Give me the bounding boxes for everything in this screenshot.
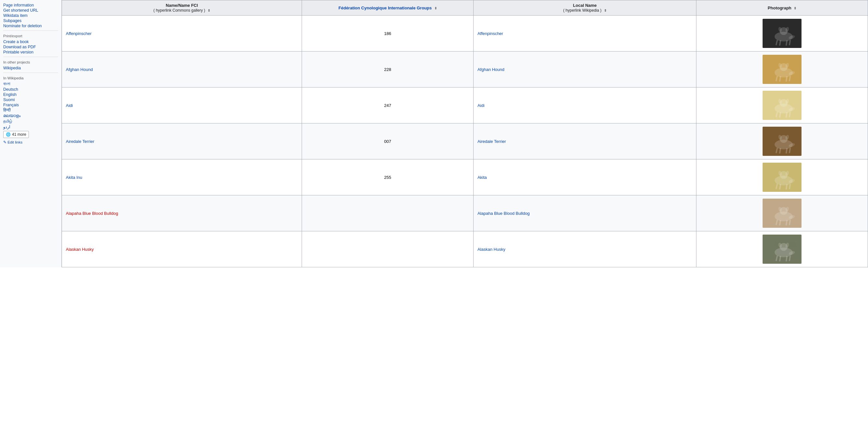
photo-cell	[696, 15, 868, 52]
fci-number-cell	[302, 195, 473, 231]
sidebar-lang-bangla[interactable]: বাংলা	[3, 81, 58, 87]
svg-line-24	[786, 113, 787, 117]
photo-cell	[696, 195, 868, 231]
svg-line-50	[780, 221, 780, 225]
sidebar-other-projects-title: In other projects	[3, 60, 58, 64]
photo-cell	[696, 160, 868, 195]
photo-cell	[696, 231, 868, 267]
sidebar-link-shortened-url[interactable]: Get shortened URL	[3, 8, 58, 13]
local-sort-icon[interactable]: ⇕	[604, 9, 607, 12]
sidebar-lang-francais[interactable]: Français	[3, 102, 58, 108]
dog-name-cell: Alaskan Husky	[62, 231, 302, 267]
dog-photo-aidi[interactable]	[763, 91, 802, 120]
svg-line-32	[780, 149, 780, 153]
table-row: Airedale Terrier007Airedale Terrier	[62, 124, 868, 160]
col-header-name[interactable]: Name/Name FCI ( hyperlink Commons galler…	[62, 0, 302, 15]
sidebar-lang-english[interactable]: English	[3, 92, 58, 97]
local-name-link[interactable]: Alaskan Husky	[477, 247, 505, 252]
sidebar-languages-section: In Wikipedia বাংলা Deutsch English Suomi…	[3, 76, 58, 144]
dog-photo-akita-inu[interactable]	[763, 163, 802, 192]
dog-name-link[interactable]: Affenpinscher	[66, 31, 91, 36]
sidebar-lang-malayalam[interactable]: മലയാളം	[3, 113, 58, 119]
sidebar-link-download-pdf[interactable]: Download as PDF	[3, 44, 58, 49]
sidebar-link-wikidata[interactable]: Wikidata item	[3, 13, 58, 18]
local-name-link[interactable]: Aidi	[477, 103, 485, 108]
dog-name-cell: Aidi	[62, 88, 302, 124]
dog-breeds-table: Name/Name FCI ( hyperlink Commons galler…	[62, 0, 868, 267]
svg-line-4	[776, 40, 777, 45]
table-row: Akita Inu255Akita	[62, 160, 868, 195]
dog-name-link[interactable]: Alaskan Husky	[66, 247, 94, 252]
sidebar-print-title: Print/export	[3, 34, 58, 38]
name-sort-icon[interactable]: ⇕	[208, 9, 210, 12]
photo-sort-icon[interactable]: ⇕	[794, 6, 796, 10]
dog-name-link[interactable]: Airedale Terrier	[66, 139, 94, 144]
svg-line-13	[776, 76, 777, 81]
photo-cell	[696, 88, 868, 124]
col-local-sublabel: ( hyperlink Wikipedia )	[563, 8, 601, 13]
svg-line-5	[780, 41, 780, 45]
sidebar-divider-1	[3, 30, 58, 31]
local-name-link[interactable]: Akita	[477, 175, 487, 180]
fci-number-cell	[302, 231, 473, 267]
local-name-link[interactable]: Affenpinscher	[477, 31, 503, 36]
sidebar-link-create-book[interactable]: Create a book	[3, 39, 58, 44]
dog-photo-airedale-terrier[interactable]	[763, 127, 802, 156]
photo-cell	[696, 124, 868, 160]
local-name-link[interactable]: Afghan Hound	[477, 67, 504, 72]
table-row: Alapaha Blue Blood BulldogAlapaha Blue B…	[62, 195, 868, 231]
dog-name-link[interactable]: Aidi	[66, 103, 73, 108]
sidebar: Page information Get shortened URL Wikid…	[0, 0, 62, 267]
sidebar-link-wikipedia[interactable]: Wikipedia	[3, 65, 58, 71]
table-header-row: Name/Name FCI ( hyperlink Commons galler…	[62, 0, 868, 15]
svg-line-43	[789, 184, 790, 189]
local-name-cell: Affenpinscher	[473, 15, 696, 52]
sidebar-divider-2	[3, 57, 58, 57]
dog-photo-afghan-hound[interactable]	[763, 55, 802, 84]
sidebar-lang-hindi[interactable]: हिन्दी	[3, 108, 58, 113]
col-name-sublabel: ( hyperlink Commons gallery )	[153, 8, 205, 13]
svg-line-23	[780, 113, 780, 117]
svg-line-15	[786, 77, 787, 81]
dog-name-link[interactable]: Afghan Hound	[66, 67, 93, 72]
sidebar-tools-section: Page information Get shortened URL Wikid…	[3, 3, 58, 29]
sidebar-lang-deutsch[interactable]: Deutsch	[3, 87, 58, 92]
svg-line-59	[780, 257, 780, 261]
translate-icon: 🌐	[6, 132, 11, 137]
svg-line-61	[789, 256, 790, 261]
svg-line-52	[789, 220, 790, 225]
more-languages-label: 41 more	[12, 132, 26, 137]
dog-name-link[interactable]: Alapaha Blue Blood Bulldog	[66, 211, 118, 216]
local-name-link[interactable]: Alapaha Blue Blood Bulldog	[477, 211, 530, 216]
dog-photo-affenpinscher[interactable]	[763, 19, 802, 48]
dog-name-cell: Akita Inu	[62, 160, 302, 195]
col-header-fci[interactable]: Fédération Cynologique Internationale Gr…	[302, 0, 473, 15]
sidebar-link-nominate[interactable]: Nominate for deletion	[3, 23, 58, 29]
dog-name-link[interactable]: Akita Inu	[66, 175, 83, 180]
svg-line-14	[780, 77, 780, 81]
sidebar-lang-suomi[interactable]: Suomi	[3, 97, 58, 102]
more-languages-button[interactable]: 🌐 41 more	[3, 131, 29, 138]
table-row: Alaskan HuskyAlaskan Husky	[62, 231, 868, 267]
sidebar-lang-urdu[interactable]: اردو	[3, 124, 58, 130]
dog-name-cell: Airedale Terrier	[62, 124, 302, 160]
sidebar-lang-tamil[interactable]: தமிழ்	[3, 119, 58, 124]
sidebar-link-subpages[interactable]: Subpages	[3, 18, 58, 23]
local-name-cell: Akita	[473, 160, 696, 195]
fci-number-cell: 186	[302, 15, 473, 52]
edit-links-button[interactable]: ✎ Edit links	[3, 140, 58, 144]
fci-number-cell: 228	[302, 52, 473, 88]
col-header-photo[interactable]: Photograph ⇕	[696, 0, 868, 15]
table-row: Aidi247Aidi	[62, 88, 868, 124]
dog-photo-alapaha[interactable]	[763, 199, 802, 228]
local-name-cell: Aidi	[473, 88, 696, 124]
local-name-cell: Alaskan Husky	[473, 231, 696, 267]
local-name-link[interactable]: Airedale Terrier	[477, 139, 506, 144]
col-header-local[interactable]: Local Name ( hyperlink Wikipedia ) ⇕	[473, 0, 696, 15]
dog-photo-alaskan-husky[interactable]	[763, 235, 802, 264]
local-name-cell: Afghan Hound	[473, 52, 696, 88]
sidebar-link-page-info[interactable]: Page information	[3, 3, 58, 8]
sidebar-link-printable[interactable]: Printable version	[3, 49, 58, 55]
svg-line-51	[786, 221, 787, 225]
fci-sort-icon[interactable]: ⇕	[434, 6, 437, 10]
